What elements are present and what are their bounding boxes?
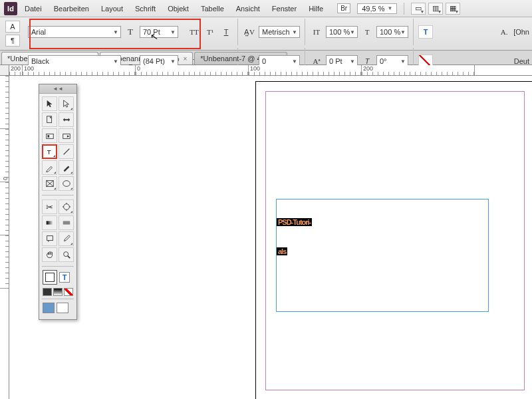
eyedropper-tool[interactable] <box>59 231 74 246</box>
menu-objekt[interactable]: Objekt <box>163 2 194 15</box>
preview-mode-icon[interactable] <box>57 303 68 313</box>
svg-rect-12 <box>63 221 70 224</box>
ellipse-tool[interactable] <box>59 176 74 191</box>
menu-fenster[interactable]: Fenster <box>267 2 301 15</box>
note-tool[interactable] <box>42 231 57 246</box>
menu-bearbeiten[interactable]: Bearbeiten <box>49 2 94 15</box>
vertical-ruler[interactable]: 0 <box>0 76 9 399</box>
allcaps-icon[interactable]: TT <box>188 26 201 38</box>
ruler-tick: 200 <box>362 65 475 75</box>
char-format-icon[interactable]: A <box>5 21 20 33</box>
vscale-icon: IT <box>310 26 323 38</box>
screen-mode-icon[interactable]: ▥▼ <box>428 3 443 15</box>
ruler-tick <box>0 182 9 235</box>
horizontal-ruler[interactable]: 200 100 0 100 200 <box>9 65 532 76</box>
ruler-tick: 100 <box>249 65 362 75</box>
svg-point-14 <box>63 252 68 257</box>
arrange-icon[interactable]: ▦▼ <box>446 3 460 15</box>
line-tool[interactable] <box>59 144 74 159</box>
ruler-tick: 0 <box>0 129 9 182</box>
ruler-tick: 100 <box>23 65 136 75</box>
menubar: Id Datei Bearbeiten Layout Schrift Objek… <box>0 0 532 17</box>
kerning-combo[interactable]: Metrisch▼ <box>259 26 300 38</box>
menu-schrift[interactable]: Schrift <box>130 2 160 15</box>
ruler-origin[interactable] <box>0 65 9 76</box>
tools-panel[interactable]: ◄◄ T ✂ <box>39 84 77 320</box>
canvas[interactable]: PSD-Tutori- als ◄◄ T <box>9 76 532 399</box>
hand-tool[interactable] <box>42 247 57 262</box>
vscale-value: 100 % <box>329 28 350 36</box>
rectangle-frame-tool[interactable] <box>42 176 57 191</box>
svg-text:T: T <box>47 148 51 156</box>
zoom-tool[interactable] <box>59 247 74 262</box>
formatting-text-icon[interactable]: T <box>59 272 70 283</box>
content-collector-tool[interactable] <box>42 128 57 143</box>
svg-line-15 <box>67 256 70 259</box>
text-frame[interactable]: PSD-Tutori- als <box>276 199 489 312</box>
ruler-tick <box>0 76 9 129</box>
pencil-tool[interactable] <box>59 160 74 175</box>
menu-ansicht[interactable]: Ansicht <box>231 2 265 15</box>
underline-icon[interactable]: T <box>219 26 233 38</box>
baseline-value: 0 Pt <box>329 57 342 65</box>
charstyle-icon: A. <box>497 26 511 38</box>
view-options-icon[interactable]: ▭▼ <box>411 3 426 15</box>
font-size-combo[interactable]: 70 Pt▼ <box>140 26 178 38</box>
content-placer-tool[interactable] <box>59 128 74 143</box>
skew-value: 0° <box>380 57 387 65</box>
workspace: 200 100 0 100 200 0 PSD-Tutori- als ◄◄ <box>0 65 532 399</box>
kerning-value: Metrisch <box>262 28 290 36</box>
menu-layout[interactable]: Layout <box>96 2 128 15</box>
font-size-icon: T <box>124 26 137 38</box>
svg-rect-13 <box>47 236 53 241</box>
hscale-combo[interactable]: 100 %▼ <box>376 26 408 38</box>
language-label: Deut <box>514 57 529 65</box>
scissors-tool[interactable]: ✂ <box>42 200 57 214</box>
apply-none-icon[interactable] <box>64 288 73 296</box>
collapse-left-icon: ◄◄ <box>53 86 63 92</box>
char-fill-icon[interactable]: T <box>418 25 433 39</box>
control-bar: A ¶ Arial▼ T 70 Pt▼ TT T¹ T A͍V Metrisch… <box>0 17 532 51</box>
menu-datei[interactable]: Datei <box>20 2 47 15</box>
free-transform-tool[interactable] <box>59 200 74 214</box>
apply-color-icon[interactable] <box>43 288 52 296</box>
font-family-combo[interactable]: Arial▼ <box>28 26 121 38</box>
page-tool[interactable] <box>42 112 57 127</box>
font-family-value: Arial <box>31 28 46 36</box>
selected-text[interactable]: PSD-Tutori- als <box>277 200 488 258</box>
fill-stroke-swatch[interactable] <box>43 270 57 285</box>
superscript-icon[interactable]: T¹ <box>203 26 217 38</box>
apply-gradient-icon[interactable] <box>53 288 63 296</box>
bridge-badge[interactable]: Br <box>337 3 350 13</box>
svg-rect-2 <box>47 135 49 138</box>
page[interactable]: PSD-Tutori- als <box>255 81 532 399</box>
vscale-combo[interactable]: 100 %▼ <box>326 26 358 38</box>
menu-hilfe[interactable]: Hilfe <box>304 2 328 15</box>
selection-tool[interactable] <box>42 96 57 111</box>
normal-view-icon[interactable] <box>43 303 55 313</box>
svg-rect-0 <box>47 116 51 123</box>
zoom-combo[interactable]: 49,5 %▼ <box>357 3 397 14</box>
kerning-icon: A͍V <box>243 26 256 38</box>
zoom-value: 49,5 % <box>362 5 384 13</box>
leading-value: (84 Pt) <box>143 57 165 65</box>
gap-tool[interactable] <box>59 112 74 127</box>
text-line: PSD-Tutori- <box>277 218 312 226</box>
gradient-feather-tool[interactable] <box>59 215 74 230</box>
ruler-tick: 0 <box>136 65 249 75</box>
gradient-swatch-tool[interactable] <box>42 215 57 230</box>
close-icon[interactable]: × <box>183 55 187 63</box>
type-tool[interactable]: T <box>42 144 57 159</box>
svg-point-10 <box>63 204 69 210</box>
direct-selection-tool[interactable] <box>59 96 74 111</box>
hscale-value: 100 % <box>380 28 400 36</box>
para-format-icon[interactable]: ¶ <box>5 35 20 47</box>
chevron-down-icon: ▼ <box>387 5 392 11</box>
svg-point-9 <box>63 181 70 187</box>
panel-header[interactable]: ◄◄ <box>39 84 76 94</box>
svg-line-5 <box>63 149 69 155</box>
font-weight-value: Black <box>31 57 49 65</box>
svg-rect-11 <box>46 221 53 224</box>
menu-tabelle[interactable]: Tabelle <box>196 2 229 15</box>
pen-tool[interactable] <box>42 160 57 175</box>
